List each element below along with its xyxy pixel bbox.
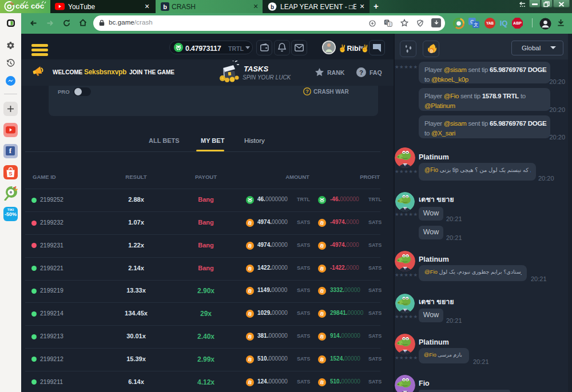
svg-text:b: b xyxy=(163,3,167,10)
svg-text:文: 文 xyxy=(388,22,391,26)
svg-text:S: S xyxy=(9,170,12,177)
svg-text:文: 文 xyxy=(474,22,478,27)
svg-text:₿: ₿ xyxy=(430,49,434,54)
svg-text:?: ? xyxy=(305,89,309,94)
svg-text:b: b xyxy=(271,4,274,10)
svg-text:?: ? xyxy=(359,69,363,76)
